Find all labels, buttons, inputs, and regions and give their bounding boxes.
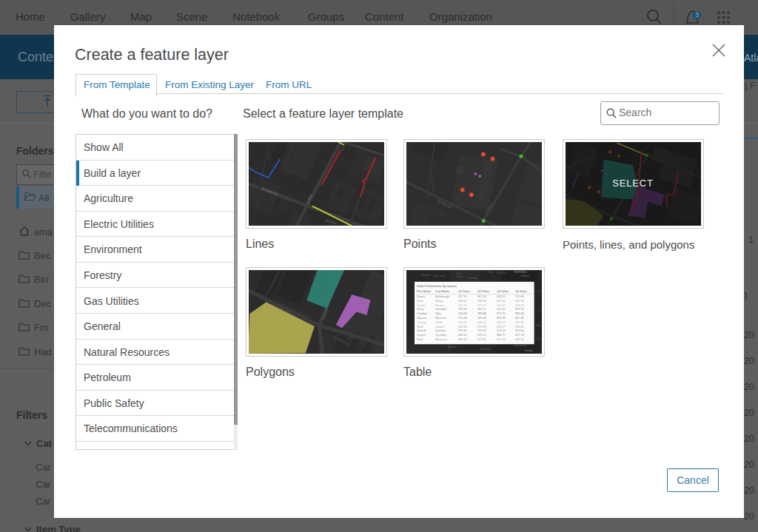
svg-text:377.85: 377.85 — [477, 338, 486, 341]
svg-text:379.67: 379.67 — [477, 304, 486, 307]
svg-text:Shell: Shell — [417, 326, 423, 329]
svg-text:Romar: Romar — [521, 275, 530, 277]
svg-text:Dusanta: Dusanta — [435, 329, 446, 332]
svg-text:Lar: Lar — [537, 309, 542, 312]
svg-text:Q2 Sales: Q2 Sales — [477, 289, 489, 293]
svg-text:299.21: 299.21 — [477, 334, 486, 337]
svg-text:Facts: Facts — [457, 275, 463, 278]
svg-text:633.17: 633.17 — [497, 326, 506, 329]
svg-text:177.99: 177.99 — [477, 326, 486, 329]
svg-text:Nard: Nard — [417, 338, 423, 341]
svg-text:First Name: First Name — [417, 289, 431, 293]
svg-text:438.67: 438.67 — [515, 304, 524, 307]
svg-text:936.76: 936.76 — [515, 338, 524, 341]
svg-text:Maceton: Maceton — [435, 317, 446, 320]
svg-text:Charlise: Charlise — [417, 312, 427, 315]
svg-text:Mercedes: Mercedes — [434, 275, 446, 277]
svg-text:Sherrill: Sherrill — [417, 329, 426, 332]
svg-text:Bellabaugh: Bellabaugh — [435, 295, 449, 298]
svg-text:Groveland: Groveland — [514, 344, 527, 347]
svg-text:Fairfax: Fairfax — [525, 349, 533, 352]
svg-text:String: String — [435, 300, 443, 303]
svg-text:Redrum: Redrum — [421, 274, 431, 277]
svg-text:Krinn: Krinn — [417, 300, 423, 303]
svg-text:174.09: 174.09 — [497, 329, 506, 332]
svg-text:Franlin: Franlin — [417, 304, 426, 307]
svg-text:577.75: 577.75 — [497, 312, 506, 315]
svg-text:755.26: 755.26 — [458, 308, 467, 311]
svg-text:919.80: 919.80 — [458, 329, 467, 332]
svg-text:950.37: 950.37 — [458, 321, 467, 324]
svg-text:Stre: Stre — [489, 271, 494, 274]
svg-text:L37: L37 — [537, 290, 541, 293]
svg-text:466.39: 466.39 — [497, 317, 506, 320]
svg-text:Sales Performance by Quarter: Sales Performance by Quarter — [417, 284, 457, 288]
svg-text:467.78: 467.78 — [515, 334, 524, 337]
svg-text:707.76: 707.76 — [458, 295, 467, 298]
svg-text:562.95: 562.95 — [515, 326, 524, 329]
svg-text:Amandy: Amandy — [480, 348, 490, 351]
svg-text:437.66: 437.66 — [515, 321, 524, 324]
svg-text:####: #### — [517, 270, 526, 272]
svg-text:438.22: 438.22 — [497, 295, 506, 298]
svg-text:Last Name: Last Name — [435, 289, 449, 293]
svg-text:167.00: 167.00 — [497, 300, 506, 303]
svg-text:355.11: 355.11 — [477, 308, 486, 311]
svg-text:688.10: 688.10 — [458, 334, 467, 337]
svg-text:701.47: 701.47 — [497, 304, 506, 307]
svg-text:Q1 Sales: Q1 Sales — [458, 289, 470, 293]
svg-text:Q3 Sales: Q3 Sales — [497, 289, 509, 293]
svg-text:Creech: Creech — [435, 326, 444, 329]
svg-text:Tierney: Tierney — [417, 321, 426, 324]
svg-text:Tyrrellias: Tyrrellias — [435, 334, 446, 337]
svg-text:997.15: 997.15 — [515, 308, 524, 311]
svg-text:367.86: 367.86 — [515, 317, 524, 320]
svg-text:SELECT: SELECT — [612, 178, 653, 189]
svg-text:680.36: 680.36 — [458, 338, 467, 341]
svg-text:575.66: 575.66 — [458, 317, 467, 320]
svg-text:345.70: 345.70 — [458, 304, 467, 307]
svg-text:Donnella: Donnella — [435, 308, 447, 311]
svg-text:145.76: 145.76 — [515, 300, 524, 303]
svg-text:395.43: 395.43 — [515, 312, 524, 315]
svg-text:675.76: 675.76 — [497, 338, 506, 341]
svg-text:Stacy: Stacy — [417, 308, 424, 311]
svg-text:Dyana: Dyana — [417, 295, 426, 298]
svg-text:339.62: 339.62 — [458, 300, 467, 303]
svg-text:593.64: 593.64 — [515, 329, 524, 332]
svg-text:Gaynel: Gaynel — [417, 334, 426, 337]
svg-text:120.09: 120.09 — [458, 312, 467, 315]
svg-text:E35555: E35555 — [497, 272, 506, 275]
svg-text:332.06: 332.06 — [477, 300, 486, 303]
svg-text:767.63: 767.63 — [515, 295, 524, 298]
svg-text:Mag: Mag — [536, 324, 541, 327]
svg-text:Loading: Loading — [468, 277, 477, 280]
svg-text:565.43: 565.43 — [477, 317, 486, 320]
svg-text:Ulysses: Ulysses — [417, 317, 426, 320]
svg-text:Horace: Horace — [435, 304, 444, 307]
svg-text:156.52: 156.52 — [477, 329, 486, 332]
svg-text:709.88: 709.88 — [477, 312, 486, 315]
svg-text:Q4 Sales: Q4 Sales — [515, 289, 527, 293]
svg-text:Tiles: Tiles — [435, 312, 441, 315]
svg-text:180.09: 180.09 — [497, 321, 506, 324]
svg-text:Hincecutt: Hincecutt — [435, 338, 448, 341]
svg-text:697.24: 697.24 — [477, 295, 486, 298]
svg-text:530.45: 530.45 — [477, 321, 486, 324]
svg-text:Tevlin: Tevlin — [435, 321, 443, 324]
svg-text:530.98: 530.98 — [458, 326, 467, 329]
svg-text:Agnolia: Agnolia — [448, 346, 457, 349]
svg-text:Jins: Jins — [537, 337, 542, 340]
svg-text:424.37: 424.37 — [497, 308, 506, 311]
svg-text:886.79: 886.79 — [497, 334, 506, 337]
